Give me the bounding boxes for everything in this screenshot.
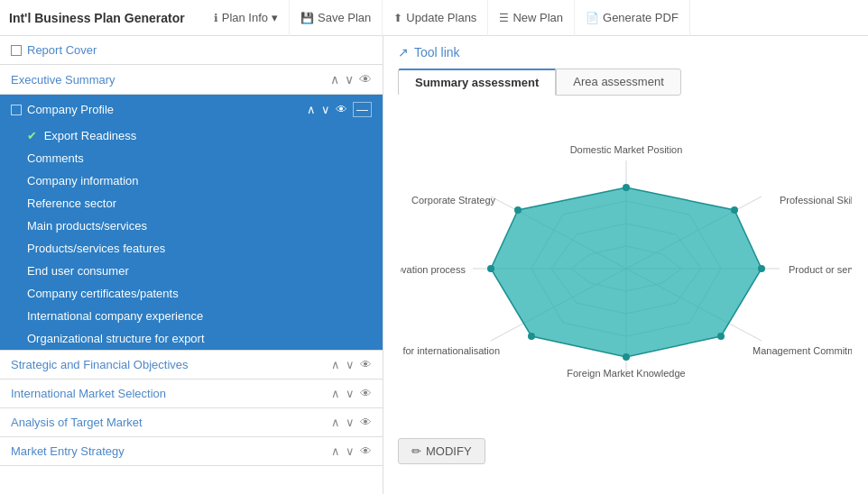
up-arrow-me[interactable]: ∧: [331, 444, 340, 458]
sub-item-label: Comments: [27, 151, 84, 165]
sub-item-label: Export Readiness: [44, 129, 137, 142]
sub-item-label: International company experience: [27, 309, 203, 323]
sub-item-products-features[interactable]: Products/services features: [0, 237, 383, 260]
intl-market-section: International Market Selection ∧ ∨ 👁: [0, 380, 383, 408]
sub-item-label: Company certificates/patents: [27, 287, 179, 300]
radar-data-polygon: [491, 188, 762, 357]
radar-chart: Domestic Market Position Professional Sk…: [398, 106, 854, 431]
eye-im[interactable]: 👁: [360, 387, 372, 400]
sub-item-label: Main products/services: [27, 219, 147, 233]
content-area: ↗ Tool link Summary assessment Area asse…: [383, 36, 868, 494]
plan-info-menu[interactable]: ℹ Plan Info ▾: [203, 0, 290, 36]
save-icon: 💾: [300, 12, 314, 24]
company-profile-header[interactable]: Company Profile ∧ ∨ 👁 —: [0, 95, 383, 124]
new-plan-label: New Plan: [512, 11, 563, 24]
down-arrow-me[interactable]: ∨: [346, 444, 355, 458]
down-arrow-icon-cp[interactable]: ∨: [321, 103, 330, 116]
tool-link-label: Tool link: [414, 45, 460, 59]
label-corporate: Corporate Strategy: [411, 195, 495, 206]
radar-svg: Domestic Market Position Professional Sk…: [401, 106, 852, 431]
eye-icon[interactable]: 👁: [359, 72, 372, 87]
down-arrow-icon[interactable]: ∨: [345, 72, 354, 87]
target-market-section: Analysis of Target Market ∧ ∨ 👁: [0, 408, 383, 437]
executive-summary-label: Executive Summary: [11, 73, 115, 87]
main-layout: Report Cover Executive Summary ∧ ∨ 👁: [0, 36, 868, 494]
eye-so[interactable]: 👁: [360, 358, 372, 371]
target-market-label: Analysis of Target Market: [11, 416, 143, 429]
eye-tm[interactable]: 👁: [360, 416, 372, 429]
info-icon: ℹ: [214, 12, 218, 24]
generate-pdf-label: Generate PDF: [603, 11, 679, 24]
up-arrow-icon[interactable]: ∧: [330, 72, 339, 87]
update-icon: ⬆: [393, 12, 402, 24]
check-icon: ✔: [27, 129, 37, 142]
sub-item-comments[interactable]: Comments: [0, 147, 383, 169]
market-entry-row[interactable]: Market Entry Strategy ∧ ∨ 👁: [0, 437, 383, 465]
intl-market-row[interactable]: International Market Selection ∧ ∨ 👁: [0, 380, 383, 407]
svg-point-12: [528, 333, 535, 340]
plan-info-label: Plan Info: [222, 11, 268, 24]
collapse-icon-cp[interactable]: —: [353, 102, 372, 117]
external-link-icon: ↗: [398, 45, 409, 59]
label-professional: Professional Skills: [780, 195, 852, 206]
update-plans-button[interactable]: ⬆ Update Plans: [383, 0, 488, 36]
update-plans-label: Update Plans: [406, 11, 476, 24]
label-innovation: Innovation process: [401, 264, 466, 275]
up-arrow-im[interactable]: ∧: [331, 387, 340, 400]
up-arrow-so[interactable]: ∧: [331, 358, 340, 371]
sidebar: Report Cover Executive Summary ∧ ∨ 👁: [0, 36, 383, 494]
pencil-icon: ✏: [411, 444, 421, 458]
label-foreign: Foreign Market Knowledge: [567, 368, 685, 379]
down-arrow-so[interactable]: ∨: [346, 358, 355, 371]
company-profile-checkbox[interactable]: [11, 105, 22, 115]
market-entry-label: Market Entry Strategy: [11, 444, 125, 458]
assessment-tabs: Summary assessment Area assessment: [398, 69, 854, 96]
plan-info-arrow: ▾: [272, 11, 278, 24]
sub-item-certificates[interactable]: Company certificates/patents: [0, 282, 383, 305]
svg-point-8: [731, 206, 738, 214]
generate-pdf-button[interactable]: 📄 Generate PDF: [575, 0, 690, 36]
report-cover-row[interactable]: Report Cover: [0, 36, 383, 64]
save-plan-label: Save Plan: [318, 11, 371, 24]
sub-item-company-info[interactable]: Company information: [0, 169, 383, 192]
target-market-row[interactable]: Analysis of Target Market ∧ ∨ 👁: [0, 408, 383, 436]
svg-point-9: [758, 265, 765, 272]
app-title: Int'l Business Plan Generator: [9, 11, 185, 25]
new-plan-button[interactable]: ☰ New Plan: [488, 0, 575, 36]
up-arrow-tm[interactable]: ∧: [331, 416, 340, 429]
company-profile-label: Company Profile: [27, 103, 114, 116]
sub-item-label: Reference sector: [27, 197, 116, 210]
save-plan-button[interactable]: 💾 Save Plan: [290, 0, 383, 36]
sub-item-label: Organizational structure for export: [27, 332, 205, 345]
label-motivations: Motivations for internationalisation: [401, 345, 500, 356]
executive-summary-row[interactable]: Executive Summary ∧ ∨ 👁: [0, 65, 383, 94]
down-arrow-tm[interactable]: ∨: [346, 416, 355, 429]
eye-me[interactable]: 👁: [360, 444, 372, 458]
company-profile-section: Company Profile ∧ ∨ 👁 — ✔ Export Readine…: [0, 95, 383, 351]
sub-item-reference-sector[interactable]: Reference sector: [0, 192, 383, 215]
market-entry-section: Market Entry Strategy ∧ ∨ 👁: [0, 437, 383, 466]
modify-button[interactable]: ✏ MODIFY: [398, 438, 485, 464]
label-domestic: Domestic Market Position: [569, 144, 682, 155]
down-arrow-im[interactable]: ∨: [346, 387, 355, 400]
sub-item-export-readiness[interactable]: ✔ Export Readiness: [0, 124, 383, 147]
eye-icon-cp[interactable]: 👁: [336, 103, 347, 116]
sub-item-org-structure[interactable]: Organizational structure for export: [0, 327, 383, 350]
sub-item-intl-experience[interactable]: International company experience: [0, 305, 383, 327]
tab-summary-assessment[interactable]: Summary assessment: [398, 69, 556, 96]
sub-item-end-user[interactable]: End user consumer: [0, 260, 383, 282]
label-product: Product or service potential: [789, 264, 852, 275]
svg-point-7: [623, 184, 630, 191]
svg-point-10: [717, 333, 725, 340]
strategic-objectives-row[interactable]: Strategic and Financial Objectives ∧ ∨ 👁: [0, 351, 383, 379]
navbar: Int'l Business Plan Generator ℹ Plan Inf…: [0, 0, 868, 36]
sub-item-main-products[interactable]: Main products/services: [0, 215, 383, 237]
up-arrow-icon-cp[interactable]: ∧: [307, 103, 316, 116]
report-cover-label: Report Cover: [27, 43, 97, 57]
report-cover-section: Report Cover: [0, 36, 383, 65]
company-profile-subitems: ✔ Export Readiness Comments Company info…: [0, 124, 383, 350]
report-cover-checkbox[interactable]: [11, 45, 22, 56]
tool-link[interactable]: ↗ Tool link: [398, 45, 854, 59]
svg-point-14: [514, 206, 522, 214]
tab-area-assessment[interactable]: Area assessment: [556, 69, 680, 96]
